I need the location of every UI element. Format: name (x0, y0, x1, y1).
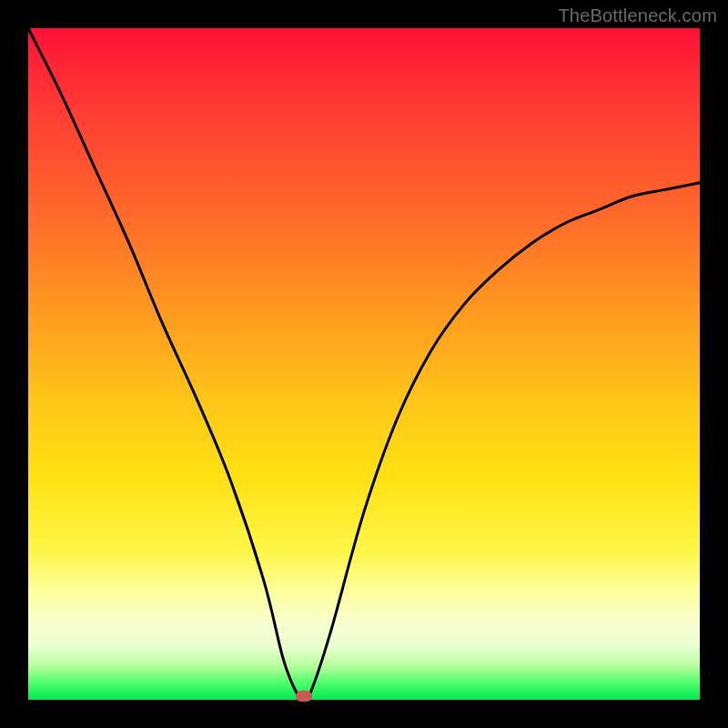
optimal-point-marker (296, 691, 312, 702)
watermark-text: TheBottleneck.com (558, 5, 717, 26)
chart-frame: TheBottleneck.com (0, 0, 728, 728)
bottleneck-curve (28, 28, 700, 700)
plot-area (28, 28, 700, 700)
curve-path (28, 28, 700, 699)
